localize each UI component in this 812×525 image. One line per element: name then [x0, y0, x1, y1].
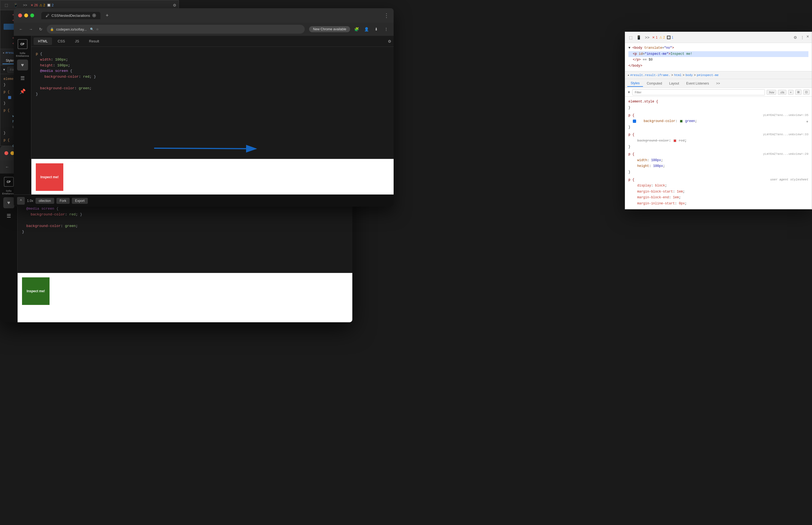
dt2-event-tab[interactable]: Event Listeners: [683, 80, 712, 87]
dom-line-selected[interactable]: <p id="inspect-me">Inspect me!: [628, 51, 808, 57]
close-button[interactable]: [18, 14, 22, 17]
profile-icon[interactable]: 👤: [362, 25, 371, 33]
dom-line: </p> == $0: [628, 57, 808, 63]
dt2-rule-props: width: 100px; height: 100px;: [628, 158, 808, 169]
minimize-button[interactable]: [24, 14, 28, 17]
tab-html[interactable]: HTML: [34, 38, 52, 45]
dt2-prop-value: 1em: [673, 196, 679, 199]
dt2-error-count: ✕ 1: [652, 35, 658, 40]
tab-css[interactable]: CSS: [53, 38, 69, 45]
traffic-lights-1: [18, 14, 34, 17]
navbar-1: ← → ↻ 🔒 codepen.io/sofiay... 🔍 ☆ New Chr…: [14, 22, 394, 36]
more-icon[interactable]: ⋮: [382, 25, 390, 33]
dt2-layout-tab[interactable]: Layout: [666, 80, 682, 87]
dt2-filter-input[interactable]: [632, 89, 765, 95]
extensions-icon[interactable]: 🧩: [352, 25, 361, 33]
browser-tab-1[interactable]: 🖊 CSSNestedDeclarations ×: [41, 12, 100, 19]
code-line: background-color: red; }: [36, 74, 389, 80]
cp-pin-btn[interactable]: 📌: [17, 86, 28, 97]
browser-menu-icon[interactable]: ⋮: [384, 12, 389, 19]
dt2-prop-checkbox[interactable]: [633, 120, 636, 123]
dt2-more-tabs[interactable]: >>: [713, 80, 723, 87]
dt2-cls-button[interactable]: .cls: [778, 90, 786, 95]
dt2-style-rule: p { yLmYEmZ?ano...ue&view=:29 width: 100…: [628, 151, 808, 175]
dt2-styles-tab[interactable]: Styles: [627, 80, 643, 87]
tab-close-icon[interactable]: ×: [92, 14, 96, 17]
dt2-topbar: ⬚ 📱 >> ✕ 1 ⚠ 2 🔲 1 ⚙ ⋮ ×: [625, 32, 812, 43]
dt2-add-button[interactable]: +: [788, 90, 794, 95]
export-button[interactable]: Export: [72, 198, 88, 204]
code-line: }: [22, 229, 348, 235]
bc-item-2[interactable]: p#inspect-me: [697, 74, 719, 77]
dt2-prop-name: display: [633, 184, 651, 188]
reload-button[interactable]: ↻: [37, 25, 45, 33]
settings-icon[interactable]: ⚙: [388, 39, 391, 44]
dt2-style-tabs: Styles Computed Layout Event Listeners >…: [625, 79, 812, 88]
nav-icons: 🧩 👤 ⬇ ⋮: [352, 25, 390, 33]
warn-count[interactable]: ⚠ 2: [40, 3, 45, 7]
dt2-add-prop[interactable]: +: [806, 118, 808, 125]
dt2-inspector-icon[interactable]: ⬚: [628, 34, 634, 41]
forward-button[interactable]: →: [27, 25, 35, 33]
address-bar-1[interactable]: 🔒 codepen.io/sofiay... 🔍 ☆: [47, 25, 305, 34]
dt2-breadcrumb: ◂ #result.result-iframe. > html > body >…: [625, 71, 812, 79]
dt2-computed-tab[interactable]: Computed: [643, 80, 665, 87]
dt2-prop-name: margin-block-start: [633, 190, 673, 194]
code-line: [36, 80, 389, 86]
close-button-2[interactable]: [4, 151, 8, 155]
back-button-2[interactable]: ←: [3, 163, 11, 171]
more-panels-icon[interactable]: >>: [21, 1, 29, 9]
code-line: height: 100px;: [36, 63, 389, 69]
new-tab-button[interactable]: +: [103, 12, 111, 19]
cp-list-btn[interactable]: ☰: [17, 73, 28, 84]
dt2-rule-selector: p {: [628, 152, 635, 156]
maximize-button[interactable]: [30, 14, 34, 17]
dt2-more-icon[interactable]: >>: [644, 34, 651, 41]
dt2-prop-value: green: [685, 119, 695, 123]
fork-button[interactable]: Fork: [57, 198, 69, 204]
cp-list-btn-2[interactable]: ☰: [3, 210, 14, 222]
dt2-ua-label: user agent stylesheet: [770, 177, 808, 183]
rule-selector: p {: [4, 138, 10, 142]
device-icon[interactable]: 📱: [12, 1, 19, 9]
new-chrome-badge: New Chrome available: [309, 26, 350, 32]
dt2-rule-props: background-color: green; +: [628, 118, 808, 124]
console-toggle[interactable]: ^: [17, 197, 25, 205]
prop-checkbox[interactable]: [8, 96, 11, 99]
dt2-rule-close: }: [628, 145, 630, 149]
dt2-device-icon[interactable]: 📱: [635, 34, 642, 41]
cp-heart-btn-2[interactable]: ♥: [3, 197, 14, 208]
preview-label-2: Inspect me!: [27, 289, 45, 293]
dt2-style-rule: p { yLmYEmZ?ano...ue&view=:35 background…: [628, 112, 808, 131]
cp-heart-btn[interactable]: ♥: [17, 60, 28, 71]
back-button[interactable]: ←: [17, 25, 25, 33]
dt2-filter-bar: ▼ :hov .cls + ⊞ ⊡: [625, 88, 812, 97]
dt-settings-icon[interactable]: ⚙: [173, 3, 176, 7]
inspector-icon[interactable]: ⬚: [2, 1, 10, 9]
dt2-settings-icon[interactable]: ⚙: [793, 34, 798, 41]
error-count[interactable]: ✕ 26: [31, 3, 38, 7]
bc-item-2[interactable]: #result.result-iframe.: [630, 74, 670, 77]
dt2-styles-content: element.style { } p { yLmYEmZ?ano...ue&v…: [625, 97, 812, 210]
dt2-prop-value: 0px: [679, 201, 685, 206]
download-icon[interactable]: ⬇: [372, 25, 380, 33]
dt2-rule-props: background-color: red;: [628, 138, 808, 144]
dt2-toggle-btn[interactable]: ⊡: [803, 90, 810, 95]
dt2-hov-button[interactable]: :hov: [767, 90, 776, 95]
tab-js[interactable]: JS: [71, 38, 83, 45]
bc-item-2[interactable]: body: [685, 74, 692, 77]
address-text: codepen.io/sofiay...: [56, 27, 87, 31]
dt2-prop-value: 100px: [653, 164, 663, 168]
tab-result[interactable]: Result: [84, 38, 104, 45]
search-icon: 🔍: [90, 28, 94, 31]
cp-logo-2: CP: [4, 177, 14, 187]
code-line: p {: [36, 51, 389, 57]
collection-button[interactable]: ollection: [35, 198, 54, 204]
bc-item-2[interactable]: html: [674, 74, 681, 77]
dt2-style-rule: p { user agent stylesheet display: block…: [628, 177, 808, 207]
dt2-close-button[interactable]: ×: [807, 34, 809, 41]
dt2-more-options[interactable]: ⋮: [799, 34, 806, 41]
info-count[interactable]: 🔲 2: [47, 3, 54, 7]
dt2-layout-btn[interactable]: ⊞: [795, 90, 801, 95]
rule-close: }: [4, 83, 5, 87]
